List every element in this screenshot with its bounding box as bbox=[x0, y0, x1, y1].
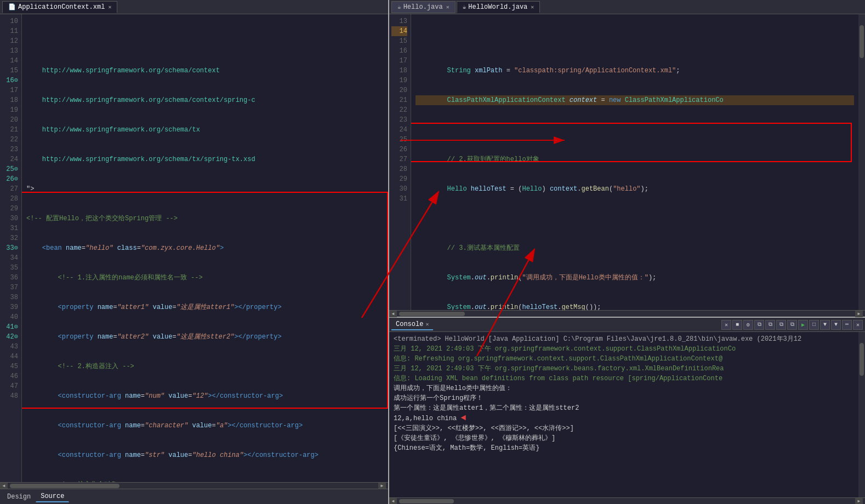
console-line-terminated: <terminated> HelloWorld [Java Applicatio… bbox=[394, 334, 854, 344]
console-toolbar: ✕ ■ ⚙ ⧉ ⧉ ⧉ ⧉ ▶ □ ▼ ▼ ═ ✕ bbox=[721, 320, 863, 330]
console-line-5: 调用成功，下面是Hello类中属性的值： bbox=[394, 383, 854, 393]
tab-source[interactable]: Source bbox=[36, 491, 69, 502]
xml-h-scroll-thumb[interactable] bbox=[10, 484, 119, 488]
console-h-scroll-thumb[interactable] bbox=[399, 499, 454, 503]
console-btn-stop2[interactable]: □ bbox=[809, 320, 819, 330]
java-editor-panel: ☕ Hello.java ✕ ☕ HelloWorld.java ✕ 13 14 bbox=[389, 0, 865, 318]
java-h-scroll[interactable]: ◀ ▶ bbox=[389, 310, 865, 317]
console-btn-copy2[interactable]: ⧉ bbox=[765, 320, 775, 330]
scroll-left-arrow[interactable]: ◀ bbox=[0, 483, 8, 489]
tab-hello-java-label: Hello.java bbox=[403, 3, 443, 11]
xml-code-lines: http://www.springframework.org/schema/co… bbox=[22, 14, 388, 482]
tab-helloworld-java[interactable]: ☕ HelloWorld.java ✕ bbox=[457, 1, 540, 13]
console-v-scroll[interactable] bbox=[858, 332, 865, 497]
java-code-editor[interactable]: 13 14 15 16 17 18 19 20 21 22 23 24 bbox=[389, 14, 858, 310]
console-btn-close[interactable]: ✕ bbox=[853, 320, 863, 330]
console-line-3: 三月 12, 2021 2:49:03 下午 org.springframewo… bbox=[394, 364, 854, 374]
left-panel: 📄 ApplicationContext.xml ✕ 10 11 12 13 1… bbox=[0, 0, 389, 504]
console-v-scroll-thumb[interactable] bbox=[860, 343, 864, 376]
scroll-right-arrows: ▶ bbox=[378, 483, 386, 489]
console-line-8: 12,a,hello china ◄ bbox=[394, 413, 854, 423]
java-file-icon-1: ☕ bbox=[397, 3, 401, 10]
console-btn-copy4[interactable]: ⧉ bbox=[787, 320, 797, 330]
java-file-icon-2: ☕ bbox=[463, 3, 466, 10]
console-btn-copy1[interactable]: ⧉ bbox=[754, 320, 764, 330]
console-tab-label: Console bbox=[396, 320, 423, 328]
console-line-9: [<<三国演义>>, <<红楼梦>>, <<西游记>>, <<水浒传>>] bbox=[394, 423, 854, 433]
console-line-11: {Chinese=语文, Math=数学, English=英语} bbox=[394, 443, 854, 453]
console-btn-scroll-lock[interactable]: ▼ bbox=[831, 320, 841, 330]
java-tab-bar: ☕ Hello.java ✕ ☕ HelloWorld.java ✕ bbox=[389, 0, 865, 14]
console-btn-settings[interactable]: ⚙ bbox=[743, 320, 753, 330]
tab-hello-java[interactable]: ☕ Hello.java ✕ bbox=[391, 1, 456, 13]
java-v-scroll[interactable] bbox=[858, 14, 865, 310]
java-h-scroll-thumb[interactable] bbox=[399, 312, 465, 316]
main-area: 📄 ApplicationContext.xml ✕ 10 11 12 13 1… bbox=[0, 0, 865, 504]
java-scroll-left[interactable]: ◀ bbox=[389, 311, 397, 317]
tab-hello-java-close[interactable]: ✕ bbox=[446, 4, 449, 10]
console-line-6: 成功运行第一个Spring程序！ bbox=[394, 393, 854, 403]
console-panel: Console ✕ ✕ ■ ⚙ ⧉ ⧉ ⧉ ⧉ ▶ □ ▼ ▼ ═ ✕ bbox=[389, 318, 865, 504]
xml-tab-bar: 📄 ApplicationContext.xml ✕ bbox=[0, 0, 388, 14]
console-btn-clear[interactable]: ✕ bbox=[721, 320, 731, 330]
java-code-lines: String xmlPath = "classpath:spring/Appli… bbox=[411, 14, 858, 310]
xml-tab-close[interactable]: ✕ bbox=[108, 4, 111, 10]
java-v-scroll-thumb[interactable] bbox=[860, 25, 864, 58]
console-output[interactable]: <terminated> HelloWorld [Java Applicatio… bbox=[389, 332, 858, 497]
xml-code-wrapper: 10 11 12 13 14 15 16⊙ 17 18 19 20 21 22 … bbox=[0, 14, 388, 482]
tab-helloworld-java-close[interactable]: ✕ bbox=[531, 4, 534, 10]
console-btn-run[interactable]: ▶ bbox=[798, 320, 808, 330]
tab-design[interactable]: Design bbox=[2, 491, 36, 502]
right-panel: ☕ Hello.java ✕ ☕ HelloWorld.java ✕ 13 14 bbox=[389, 0, 865, 504]
console-scroll-right[interactable]: ▶ bbox=[855, 498, 863, 505]
tab-helloworld-java-label: HelloWorld.java bbox=[468, 3, 527, 11]
tab-console[interactable]: Console ✕ bbox=[391, 319, 433, 330]
console-tab-bar: Console ✕ ✕ ■ ⚙ ⧉ ⧉ ⧉ ⧉ ▶ □ ▼ ▼ ═ ✕ bbox=[389, 318, 865, 332]
tab-applicationcontext-xml[interactable]: 📄 ApplicationContext.xml ✕ bbox=[2, 1, 117, 13]
console-line-10: [《安徒生童话》, 《悲惨世界》, 《穆斯林的葬礼》] bbox=[394, 433, 854, 443]
java-scroll-right[interactable]: ▶ bbox=[855, 311, 863, 317]
xml-bottom-tab-bar: Design Source bbox=[0, 489, 388, 504]
java-line-numbers: 13 14 15 16 17 18 19 20 21 22 23 24 bbox=[389, 14, 411, 310]
console-btn-stop[interactable]: ■ bbox=[732, 320, 742, 330]
xml-line-numbers: 10 11 12 13 14 15 16⊙ 17 18 19 20 21 22 … bbox=[0, 14, 22, 482]
xml-h-scroll[interactable]: ◀ ▶ bbox=[0, 482, 388, 489]
xml-tab-label: ApplicationContext.xml bbox=[18, 3, 105, 11]
console-h-scroll[interactable]: ◀ ▶ bbox=[389, 497, 865, 504]
scroll-right-arrow[interactable]: ▶ bbox=[378, 483, 386, 489]
console-line-1: 三月 12, 2021 2:49:03 下午 org.springframewo… bbox=[394, 344, 854, 354]
xml-code-editor[interactable]: 10 11 12 13 14 15 16⊙ 17 18 19 20 21 22 … bbox=[0, 14, 388, 482]
console-tab-close[interactable]: ✕ bbox=[425, 321, 429, 328]
console-scroll-left[interactable]: ◀ bbox=[389, 498, 397, 505]
console-line-4: 信息: Loading XML bean definitions from cl… bbox=[394, 374, 854, 383]
console-line-7: 第一个属性：这是属性atter1，第二个属性：这是属性stter2 bbox=[394, 403, 854, 413]
console-btn-scroll-down[interactable]: ▼ bbox=[820, 320, 830, 330]
console-btn-pin[interactable]: ═ bbox=[842, 320, 852, 330]
console-btn-copy3[interactable]: ⧉ bbox=[776, 320, 786, 330]
xml-file-icon: 📄 bbox=[8, 3, 16, 10]
console-line-2: 信息: Refreshing org.springframework.conte… bbox=[394, 354, 854, 364]
